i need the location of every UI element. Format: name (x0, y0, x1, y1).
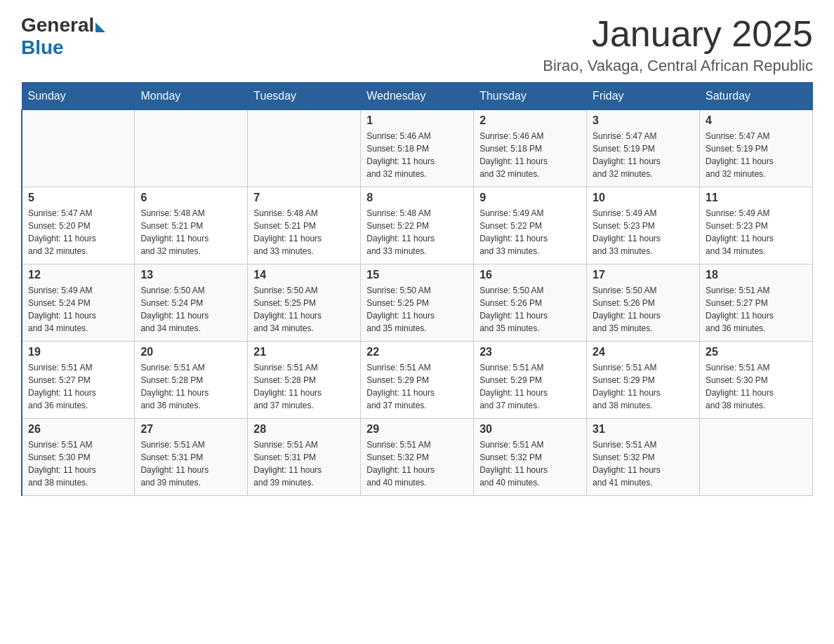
calendar-cell: 22Sunrise: 5:51 AMSunset: 5:29 PMDayligh… (361, 342, 474, 419)
calendar-cell (135, 110, 248, 187)
calendar-cell: 15Sunrise: 5:50 AMSunset: 5:25 PMDayligh… (361, 264, 474, 342)
calendar-cell: 3Sunrise: 5:47 AMSunset: 5:19 PMDaylight… (587, 110, 700, 187)
day-number: 20 (140, 346, 241, 358)
day-info: Sunrise: 5:51 AMSunset: 5:27 PMDaylight:… (706, 284, 807, 335)
calendar-cell: 7Sunrise: 5:48 AMSunset: 5:21 PMDaylight… (248, 187, 361, 264)
day-info: Sunrise: 5:51 AMSunset: 5:32 PMDaylight:… (593, 438, 694, 489)
day-info: Sunrise: 5:51 AMSunset: 5:31 PMDaylight:… (140, 438, 241, 489)
logo: General Blue (21, 14, 105, 59)
day-number: 4 (706, 114, 807, 127)
day-number: 28 (253, 423, 355, 436)
header-tuesday: Tuesday (248, 83, 361, 110)
calendar-cell: 10Sunrise: 5:49 AMSunset: 5:23 PMDayligh… (587, 187, 700, 264)
day-info: Sunrise: 5:51 AMSunset: 5:30 PMDaylight:… (706, 361, 807, 412)
calendar-cell: 30Sunrise: 5:51 AMSunset: 5:32 PMDayligh… (474, 419, 587, 496)
day-number: 27 (140, 423, 241, 436)
day-info: Sunrise: 5:51 AMSunset: 5:29 PMDaylight:… (479, 361, 581, 412)
calendar-cell: 13Sunrise: 5:50 AMSunset: 5:24 PMDayligh… (135, 264, 248, 342)
day-info: Sunrise: 5:49 AMSunset: 5:23 PMDaylight:… (593, 207, 694, 257)
day-info: Sunrise: 5:51 AMSunset: 5:32 PMDaylight:… (479, 438, 581, 489)
day-number: 2 (479, 114, 581, 127)
day-number: 23 (479, 346, 581, 358)
calendar-cell: 8Sunrise: 5:48 AMSunset: 5:22 PMDaylight… (361, 187, 474, 264)
day-info: Sunrise: 5:48 AMSunset: 5:22 PMDaylight:… (366, 207, 468, 257)
logo-blue-text: Blue (21, 36, 105, 59)
calendar-cell (248, 110, 361, 187)
calendar-cell: 11Sunrise: 5:49 AMSunset: 5:23 PMDayligh… (700, 187, 813, 264)
day-number: 24 (593, 346, 694, 358)
day-number: 29 (366, 423, 468, 436)
day-info: Sunrise: 5:51 AMSunset: 5:29 PMDaylight:… (366, 361, 468, 412)
calendar-cell: 31Sunrise: 5:51 AMSunset: 5:32 PMDayligh… (587, 419, 700, 496)
calendar-cell: 14Sunrise: 5:50 AMSunset: 5:25 PMDayligh… (248, 264, 361, 342)
day-number: 21 (253, 346, 355, 358)
day-info: Sunrise: 5:50 AMSunset: 5:25 PMDaylight:… (366, 284, 468, 335)
calendar-title: January 2025 (543, 14, 813, 54)
day-info: Sunrise: 5:50 AMSunset: 5:25 PMDaylight:… (253, 284, 355, 335)
day-number: 10 (593, 192, 694, 204)
header-saturday: Saturday (700, 83, 813, 110)
day-number: 17 (593, 269, 694, 281)
day-number: 25 (706, 346, 807, 358)
day-number: 30 (479, 423, 581, 436)
day-number: 26 (28, 423, 128, 436)
day-number: 7 (253, 192, 355, 204)
day-info: Sunrise: 5:49 AMSunset: 5:22 PMDaylight:… (479, 207, 581, 257)
calendar-cell: 6Sunrise: 5:48 AMSunset: 5:21 PMDaylight… (135, 187, 248, 264)
day-info: Sunrise: 5:47 AMSunset: 5:19 PMDaylight:… (706, 130, 807, 180)
calendar-week-row: 5Sunrise: 5:47 AMSunset: 5:20 PMDaylight… (22, 187, 813, 264)
calendar-cell: 2Sunrise: 5:46 AMSunset: 5:18 PMDaylight… (474, 110, 587, 187)
day-number: 18 (706, 269, 807, 281)
calendar-week-row: 1Sunrise: 5:46 AMSunset: 5:18 PMDaylight… (22, 110, 813, 187)
logo-triangle-icon (95, 22, 105, 32)
day-number: 15 (366, 269, 468, 281)
day-info: Sunrise: 5:50 AMSunset: 5:26 PMDaylight:… (593, 284, 694, 335)
day-number: 14 (253, 269, 355, 281)
day-number: 22 (366, 346, 468, 358)
calendar-cell: 26Sunrise: 5:51 AMSunset: 5:30 PMDayligh… (22, 419, 135, 496)
day-info: Sunrise: 5:48 AMSunset: 5:21 PMDaylight:… (253, 207, 355, 257)
calendar-cell: 4Sunrise: 5:47 AMSunset: 5:19 PMDaylight… (700, 110, 813, 187)
calendar-cell: 23Sunrise: 5:51 AMSunset: 5:29 PMDayligh… (474, 342, 587, 419)
calendar-week-row: 19Sunrise: 5:51 AMSunset: 5:27 PMDayligh… (22, 342, 813, 419)
title-section: January 2025 Birao, Vakaga, Central Afri… (543, 14, 813, 75)
calendar-cell: 27Sunrise: 5:51 AMSunset: 5:31 PMDayligh… (135, 419, 248, 496)
calendar-cell (22, 110, 135, 187)
day-info: Sunrise: 5:51 AMSunset: 5:30 PMDaylight:… (28, 438, 128, 489)
calendar-week-row: 26Sunrise: 5:51 AMSunset: 5:30 PMDayligh… (22, 419, 813, 496)
day-info: Sunrise: 5:49 AMSunset: 5:24 PMDaylight:… (28, 284, 128, 335)
day-info: Sunrise: 5:51 AMSunset: 5:32 PMDaylight:… (366, 438, 468, 489)
calendar-cell: 17Sunrise: 5:50 AMSunset: 5:26 PMDayligh… (587, 264, 700, 342)
day-number: 31 (593, 423, 694, 436)
header-wednesday: Wednesday (361, 83, 474, 110)
calendar-cell: 25Sunrise: 5:51 AMSunset: 5:30 PMDayligh… (700, 342, 813, 419)
calendar-cell: 12Sunrise: 5:49 AMSunset: 5:24 PMDayligh… (22, 264, 135, 342)
day-number: 8 (366, 192, 468, 204)
header-monday: Monday (135, 83, 248, 110)
day-number: 13 (140, 269, 241, 281)
calendar-cell: 29Sunrise: 5:51 AMSunset: 5:32 PMDayligh… (361, 419, 474, 496)
calendar-cell: 5Sunrise: 5:47 AMSunset: 5:20 PMDaylight… (22, 187, 135, 264)
day-number: 16 (479, 269, 581, 281)
day-info: Sunrise: 5:51 AMSunset: 5:27 PMDaylight:… (28, 361, 128, 412)
day-number: 1 (366, 114, 468, 127)
calendar-cell: 18Sunrise: 5:51 AMSunset: 5:27 PMDayligh… (700, 264, 813, 342)
day-info: Sunrise: 5:50 AMSunset: 5:26 PMDaylight:… (479, 284, 581, 335)
calendar-cell: 16Sunrise: 5:50 AMSunset: 5:26 PMDayligh… (474, 264, 587, 342)
calendar-week-row: 12Sunrise: 5:49 AMSunset: 5:24 PMDayligh… (22, 264, 813, 342)
day-info: Sunrise: 5:47 AMSunset: 5:19 PMDaylight:… (593, 130, 694, 180)
calendar-cell: 20Sunrise: 5:51 AMSunset: 5:28 PMDayligh… (135, 342, 248, 419)
day-number: 11 (706, 192, 807, 204)
calendar-subtitle: Birao, Vakaga, Central African Republic (543, 57, 813, 75)
logo-general-text: General (21, 14, 94, 36)
day-info: Sunrise: 5:49 AMSunset: 5:23 PMDaylight:… (706, 207, 807, 257)
calendar-cell: 9Sunrise: 5:49 AMSunset: 5:22 PMDaylight… (474, 187, 587, 264)
day-info: Sunrise: 5:46 AMSunset: 5:18 PMDaylight:… (479, 130, 581, 180)
day-number: 5 (28, 192, 128, 204)
day-info: Sunrise: 5:51 AMSunset: 5:28 PMDaylight:… (253, 361, 355, 412)
page-header: General Blue January 2025 Birao, Vakaga,… (21, 14, 813, 75)
day-number: 19 (28, 346, 128, 358)
day-number: 3 (593, 114, 694, 127)
header-friday: Friday (587, 83, 700, 110)
day-number: 6 (140, 192, 241, 204)
